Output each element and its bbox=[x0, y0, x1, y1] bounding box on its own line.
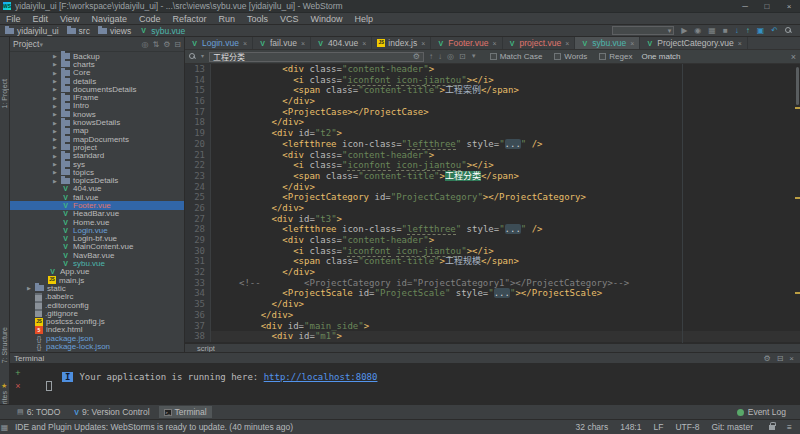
code-line[interactable]: 23 <span class="content-title">工程分类</spa… bbox=[185, 171, 800, 182]
tree-item[interactable]: ▶Backup bbox=[10, 52, 184, 60]
tree-item[interactable]: ▶Core bbox=[10, 69, 184, 77]
tree-item[interactable]: .editorconfig bbox=[10, 301, 184, 309]
menu-indicator-icon[interactable]: ≡ bbox=[787, 422, 792, 432]
code-line[interactable]: 13 <div class="content-header"> bbox=[185, 64, 800, 75]
search-option-regex[interactable]: Regex bbox=[599, 52, 632, 61]
expand-arrow-icon[interactable]: ▶ bbox=[53, 144, 58, 150]
event-log-button[interactable]: Event Log bbox=[737, 407, 800, 417]
expand-arrow-icon[interactable]: ▶ bbox=[53, 95, 58, 101]
stop-button[interactable]: ■ bbox=[723, 26, 728, 35]
expand-arrow-icon[interactable]: ▶ bbox=[53, 78, 58, 84]
code-line[interactable]: 34 <ProjectScale id="ProjectScale" style… bbox=[185, 288, 800, 299]
breadcrumb-item[interactable]: yidaiyilu_ui bbox=[5, 26, 59, 36]
tree-item[interactable]: ▶knowsDetails bbox=[10, 118, 184, 126]
menu-item-run[interactable]: Run bbox=[212, 14, 241, 24]
close-session-icon[interactable]: × bbox=[15, 381, 20, 391]
expand-arrow-icon[interactable]: ▶ bbox=[53, 53, 58, 59]
editor-tab[interactable]: VFooter.vue× bbox=[431, 37, 502, 49]
code-line[interactable]: 26 </div> bbox=[185, 203, 800, 214]
code-line[interactable]: 30 <i class="iconfont icon-jiantou"></i> bbox=[185, 246, 800, 257]
tool-button--version-control[interactable]: V9: Version Control bbox=[69, 406, 154, 418]
coverage-button[interactable]: ▦ bbox=[708, 26, 716, 35]
tree-item[interactable]: ▶charts bbox=[10, 60, 184, 68]
new-session-icon[interactable]: + bbox=[15, 368, 20, 378]
menu-item-view[interactable]: View bbox=[54, 14, 85, 24]
expand-arrow-icon[interactable]: ▶ bbox=[53, 111, 58, 117]
warning-stripe-mark[interactable] bbox=[795, 197, 800, 199]
expand-arrow-icon[interactable]: ▶ bbox=[53, 103, 58, 109]
close-tab-icon[interactable]: × bbox=[492, 40, 496, 47]
menu-item-file[interactable]: File bbox=[0, 14, 27, 24]
project-panel-title[interactable]: Project bbox=[13, 39, 39, 49]
vcs-rollback-button[interactable]: ↶ bbox=[771, 26, 778, 35]
breadcrumb-item[interactable]: views bbox=[98, 26, 131, 36]
breadcrumb-item[interactable]: src bbox=[67, 26, 90, 36]
code-line[interactable]: 24 </div> bbox=[185, 182, 800, 193]
vcs-update-button[interactable]: ↓ bbox=[735, 26, 739, 35]
editor-tab[interactable]: Vfail.vue× bbox=[253, 37, 311, 49]
run-button[interactable]: ▶ bbox=[681, 26, 687, 35]
tree-item[interactable]: {}package-lock.json bbox=[10, 342, 184, 350]
tree-item[interactable]: ▶sys bbox=[10, 160, 184, 168]
terminal-title[interactable]: Terminal bbox=[14, 354, 44, 363]
menu-item-help[interactable]: Help bbox=[349, 14, 380, 24]
search-option-match-case[interactable]: Match Case bbox=[490, 52, 543, 61]
search-everywhere-icon[interactable] bbox=[785, 27, 792, 34]
favorites-star-icon[interactable]: ★ bbox=[1, 382, 7, 390]
status-widget[interactable]: 148:1 bbox=[620, 422, 641, 432]
breadcrumb-item[interactable]: Vsybu.vue bbox=[139, 26, 185, 36]
editor-tab[interactable]: V404.vue× bbox=[311, 37, 372, 49]
code-line[interactable]: 32 </div> bbox=[185, 267, 800, 278]
code-line[interactable]: 16 </div> bbox=[185, 96, 800, 107]
code-viewport[interactable]: 13 <div class="content-header">14 <i cla… bbox=[185, 64, 800, 343]
code-line[interactable]: 17 <ProjectCase></ProjectCase> bbox=[185, 107, 800, 118]
expand-arrow-icon[interactable]: ▶ bbox=[53, 128, 58, 134]
code-line[interactable]: 21 <div class="content-header"> bbox=[185, 150, 800, 161]
tool-button-project[interactable]: 1: Project bbox=[1, 79, 8, 109]
code-line[interactable]: 18 </div> bbox=[185, 117, 800, 128]
code-line[interactable]: 38 <div id="m1"> bbox=[185, 331, 800, 342]
close-tab-icon[interactable]: × bbox=[565, 40, 569, 47]
expand-arrow-icon[interactable]: ▶ bbox=[53, 169, 58, 175]
run-configuration-select[interactable]: ▾ bbox=[612, 26, 674, 35]
preserve-case-icon[interactable]: ⊡ bbox=[459, 52, 466, 61]
terminal-output[interactable]: IYour application is running here: http:… bbox=[26, 364, 800, 405]
expand-arrow-icon[interactable]: ▶ bbox=[53, 120, 58, 126]
code-line[interactable]: 15 <span class="content-title">工程案例</spa… bbox=[185, 85, 800, 96]
gear-icon[interactable]: ⚙ bbox=[163, 40, 170, 49]
close-tab-icon[interactable]: × bbox=[738, 40, 742, 47]
code-line[interactable]: 22 <i class="iconfont icon-jiantou"></i> bbox=[185, 160, 800, 171]
code-line[interactable]: 37 <div id="main_side"> bbox=[185, 321, 800, 332]
expand-arrow-icon[interactable]: ▶ bbox=[53, 86, 58, 92]
menu-item-edit[interactable]: Edit bbox=[27, 14, 55, 24]
terminal-close-icon[interactable]: × bbox=[789, 354, 794, 363]
code-line[interactable]: 19 <div id="t2"> bbox=[185, 128, 800, 139]
close-tab-icon[interactable]: × bbox=[421, 40, 425, 47]
code-line[interactable]: 28 <leftthree icon-class="leftthree" sty… bbox=[185, 224, 800, 235]
expand-arrow-icon[interactable]: ▶ bbox=[53, 136, 58, 142]
chevron-down-icon[interactable]: ▾ bbox=[39, 40, 43, 49]
terminal-minimize-icon[interactable]: ⊟ bbox=[777, 354, 784, 363]
tree-item[interactable]: ▶IFrame bbox=[10, 93, 184, 101]
close-find-bar-icon[interactable]: × bbox=[791, 52, 796, 62]
find-all-icon[interactable]: ◎ bbox=[447, 52, 454, 61]
editor-tab[interactable]: VProjectCategory.vue× bbox=[640, 37, 747, 49]
checkbox-icon[interactable] bbox=[554, 53, 561, 60]
status-widget[interactable]: Git: master bbox=[711, 422, 753, 432]
editor-tab[interactable]: Vproject.vue× bbox=[503, 37, 576, 49]
terminal-gear-icon[interactable]: ⚙ bbox=[763, 354, 770, 363]
vcs-changes-button[interactable]: ▣ bbox=[757, 26, 765, 35]
minimize-window-icon[interactable]: ─ bbox=[734, 2, 756, 11]
next-occurrence-icon[interactable]: ↓ bbox=[438, 52, 442, 61]
expand-arrow-icon[interactable]: ▶ bbox=[53, 61, 58, 67]
localhost-link[interactable]: http://localhost:8080 bbox=[264, 372, 378, 382]
code-line[interactable]: 14 <i class="iconfont icon-jiantou"></i> bbox=[185, 75, 800, 86]
tree-item[interactable]: ▶standard bbox=[10, 152, 184, 160]
tool-window-switcher-icon[interactable]: ▦ bbox=[0, 423, 9, 432]
tree-item[interactable]: ▶Intro bbox=[10, 102, 184, 110]
warning-stripe-mark[interactable] bbox=[795, 292, 800, 294]
search-history-chevron-icon[interactable]: ▾ bbox=[201, 52, 204, 61]
lock-icon[interactable] bbox=[769, 425, 775, 430]
previous-occurrence-icon[interactable]: ↑ bbox=[429, 52, 433, 61]
code-line[interactable]: 29 <div class="content-header"> bbox=[185, 235, 800, 246]
